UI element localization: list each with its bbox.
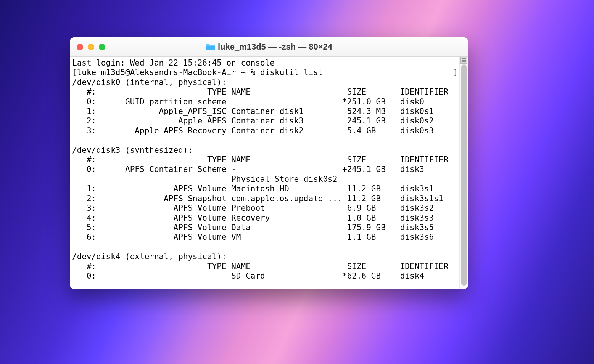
window-title-text: luke_m13d5 — -zsh — 80×24 xyxy=(218,42,332,52)
scroll-settings-icon[interactable] xyxy=(460,57,467,64)
desktop-wallpaper: luke_m13d5 — -zsh — 80×24 Last login: We… xyxy=(0,0,594,364)
window-title: luke_m13d5 — -zsh — 80×24 xyxy=(70,42,468,52)
close-button[interactable] xyxy=(77,44,83,50)
scroll-thumb[interactable] xyxy=(461,64,467,286)
minimize-button[interactable] xyxy=(88,44,94,50)
zoom-button[interactable] xyxy=(99,44,105,50)
terminal-window: luke_m13d5 — -zsh — 80×24 Last login: We… xyxy=(70,37,468,289)
window-titlebar[interactable]: luke_m13d5 — -zsh — 80×24 xyxy=(70,37,468,57)
terminal-body: Last login: Wed Jan 22 15:26:45 on conso… xyxy=(70,57,468,289)
scrollbar[interactable] xyxy=(459,57,468,289)
folder-icon xyxy=(206,43,215,51)
terminal-output[interactable]: Last login: Wed Jan 22 15:26:45 on conso… xyxy=(70,57,459,289)
traffic-lights xyxy=(77,44,105,50)
